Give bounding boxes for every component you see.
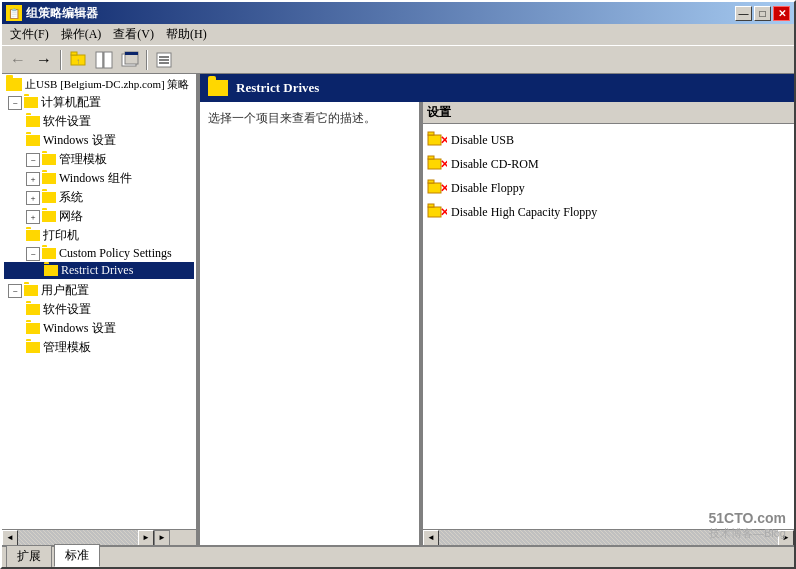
- tree-network[interactable]: + 网络: [4, 207, 194, 226]
- up-button[interactable]: ↑: [66, 49, 90, 71]
- tree-custom-policy[interactable]: − Custom Policy Settings: [4, 245, 194, 262]
- tree-system-label: 系统: [59, 189, 83, 206]
- expander-computer-config[interactable]: −: [8, 96, 22, 110]
- tree-computer-config[interactable]: − 计算机配置: [4, 93, 194, 112]
- back-button[interactable]: ←: [6, 49, 30, 71]
- window-icon: 📋: [6, 5, 22, 21]
- tree-computer-config-label: 计算机配置: [41, 94, 101, 111]
- tree-printer[interactable]: 打印机: [4, 226, 194, 245]
- settings-item-disable-cdrom[interactable]: ✕ Disable CD-ROM: [423, 152, 794, 176]
- tree-user-windows-settings-label: Windows 设置: [43, 320, 116, 337]
- svg-rect-4: [104, 52, 112, 68]
- menu-help[interactable]: 帮助(H): [160, 24, 213, 45]
- disable-high-capacity-icon: ✕: [427, 202, 447, 222]
- close-button[interactable]: ✕: [773, 6, 790, 21]
- tree-system[interactable]: + 系统: [4, 188, 194, 207]
- disable-floppy-label: Disable Floppy: [451, 181, 525, 196]
- tree-user-admin-templates[interactable]: 管理模板: [4, 338, 194, 357]
- tree-restrict-drives-label: Restrict Drives: [61, 263, 133, 278]
- user-software-icon: [26, 304, 40, 315]
- window-title: 组策略编辑器: [26, 5, 735, 22]
- restrict-drives-icon: [44, 265, 58, 276]
- tab-extended[interactable]: 扩展: [6, 545, 52, 567]
- disable-floppy-icon: ✕: [427, 178, 447, 198]
- menu-file[interactable]: 文件(F): [4, 24, 55, 45]
- scroll-track-left[interactable]: [18, 530, 138, 546]
- svg-text:✕: ✕: [440, 206, 448, 218]
- settings-pane: 设置 ✕ Disable USB: [423, 102, 794, 545]
- tree-user-software-label: 软件设置: [43, 301, 91, 318]
- right-area: Restrict Drives 选择一个项目来查看它的描述。 设置: [200, 74, 794, 545]
- tree-admin-templates[interactable]: − 管理模板: [4, 150, 194, 169]
- settings-list: ✕ Disable USB ✕ Disable CD-ROM: [423, 124, 794, 529]
- settings-scroll-left[interactable]: ◄: [423, 530, 439, 546]
- tree-windows-settings[interactable]: Windows 设置: [4, 131, 194, 150]
- tree-restrict-drives[interactable]: Restrict Drives: [4, 262, 194, 279]
- svg-text:✕: ✕: [440, 134, 448, 146]
- tree-user-windows-settings[interactable]: Windows 设置: [4, 319, 194, 338]
- disable-usb-label: Disable USB: [451, 133, 514, 148]
- settings-item-disable-floppy[interactable]: ✕ Disable Floppy: [423, 176, 794, 200]
- expander-network[interactable]: +: [26, 210, 40, 224]
- expander-system[interactable]: +: [26, 191, 40, 205]
- tree-user-admin-templates-label: 管理模板: [43, 339, 91, 356]
- settings-item-disable-high-capacity[interactable]: ✕ Disable High Capacity Floppy: [423, 200, 794, 224]
- expander-user-config[interactable]: −: [8, 284, 22, 298]
- tree-user-software[interactable]: 软件设置: [4, 300, 194, 319]
- scroll-right-arrow[interactable]: ►: [138, 530, 154, 546]
- scroll-left-arrow[interactable]: ◄: [2, 530, 18, 546]
- forward-button[interactable]: →: [32, 49, 56, 71]
- menu-view[interactable]: 查看(V): [107, 24, 160, 45]
- tree-view: 止USB [Belgium-DC.zhp.com] 策略 − 计算机配置 软件设…: [2, 74, 196, 529]
- minimize-button[interactable]: —: [735, 6, 752, 21]
- maximize-button[interactable]: □: [754, 6, 771, 21]
- disable-high-capacity-label: Disable High Capacity Floppy: [451, 205, 597, 220]
- tab-standard[interactable]: 标准: [54, 544, 100, 567]
- menu-action[interactable]: 操作(A): [55, 24, 108, 45]
- computer-config-folder-icon: [24, 97, 38, 108]
- svg-text:↑: ↑: [76, 57, 80, 66]
- toolbar: ← → ↑: [2, 46, 794, 74]
- properties-button[interactable]: [152, 49, 176, 71]
- new-window-button[interactable]: [118, 49, 142, 71]
- expander-custom-policy[interactable]: −: [26, 247, 40, 261]
- expander-admin-templates[interactable]: −: [26, 153, 40, 167]
- tree-windows-settings-label: Windows 设置: [43, 132, 116, 149]
- tree-software-settings[interactable]: 软件设置: [4, 112, 194, 131]
- expander-windows-components[interactable]: +: [26, 172, 40, 186]
- left-horizontal-scrollbar: ◄ ► ►: [2, 529, 196, 545]
- menu-bar: 文件(F) 操作(A) 查看(V) 帮助(H): [2, 24, 794, 46]
- tree-user-config-label: 用户配置: [41, 282, 89, 299]
- tree-windows-components[interactable]: + Windows 组件: [4, 169, 194, 188]
- svg-text:✕: ✕: [440, 158, 448, 170]
- user-windows-settings-icon: [26, 323, 40, 334]
- description-pane: 选择一个项目来查看它的描述。: [200, 102, 420, 545]
- settings-header: 设置: [423, 102, 794, 124]
- root-folder-icon: [6, 78, 22, 91]
- settings-item-disable-usb[interactable]: ✕ Disable USB: [423, 128, 794, 152]
- svg-rect-3: [96, 52, 103, 68]
- content-folder-title: Restrict Drives: [236, 80, 319, 96]
- tab-bar: 扩展 标准: [2, 545, 794, 567]
- tree-windows-components-label: Windows 组件: [59, 170, 132, 187]
- tree-root[interactable]: 止USB [Belgium-DC.zhp.com] 策略: [4, 76, 194, 93]
- windows-settings-icon: [26, 135, 40, 146]
- custom-policy-icon: [42, 248, 56, 259]
- disable-cdrom-icon: ✕: [427, 154, 447, 174]
- settings-header-label: 设置: [427, 104, 451, 121]
- svg-rect-23: [428, 204, 434, 207]
- system-icon: [42, 192, 56, 203]
- network-icon: [42, 211, 56, 222]
- show-hide-button[interactable]: [92, 49, 116, 71]
- expand-arrow[interactable]: ►: [154, 530, 170, 546]
- tree-printer-label: 打印机: [43, 227, 79, 244]
- svg-rect-14: [428, 132, 434, 135]
- software-settings-icon: [26, 116, 40, 127]
- disable-usb-icon: ✕: [427, 130, 447, 150]
- svg-text:✕: ✕: [440, 182, 448, 194]
- description-text: 选择一个项目来查看它的描述。: [208, 111, 376, 125]
- title-bar: 📋 组策略编辑器 — □ ✕: [2, 2, 794, 24]
- toolbar-separator-1: [60, 50, 62, 70]
- tree-user-config[interactable]: − 用户配置: [4, 281, 194, 300]
- window-controls: — □ ✕: [735, 6, 790, 21]
